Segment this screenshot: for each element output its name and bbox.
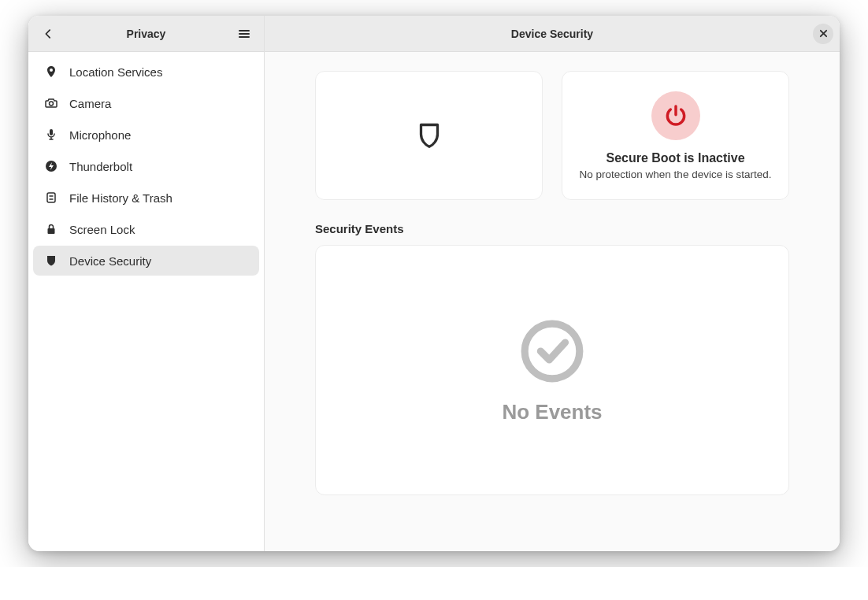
back-button[interactable] (35, 20, 61, 47)
sidebar-item-label: Microphone (69, 128, 131, 142)
menu-button[interactable] (231, 20, 258, 47)
sidebar-item-file-history-trash[interactable]: File History & Trash (33, 183, 259, 213)
clock-icon (517, 317, 587, 386)
svg-rect-4 (48, 228, 55, 234)
file-history-icon (44, 191, 58, 205)
sidebar-item-label: Location Services (69, 65, 162, 79)
location-icon (44, 65, 58, 79)
svg-rect-1 (50, 129, 53, 135)
sidebar-item-camera[interactable]: Camera (33, 88, 259, 118)
secure-boot-subtitle: No protection when the device is started… (580, 169, 772, 180)
hamburger-icon (238, 28, 250, 40)
camera-icon (44, 96, 58, 110)
secure-boot-title: Secure Boot is Inactive (606, 151, 744, 165)
sidebar-title: Privacy (28, 28, 264, 40)
sidebar-item-microphone[interactable]: Microphone (33, 120, 259, 150)
sidebar-item-label: Thunderbolt (69, 160, 132, 173)
status-cards-row: Secure Boot is Inactive No protection wh… (315, 71, 789, 200)
sidebar-item-screen-lock[interactable]: Screen Lock (33, 214, 259, 244)
svg-point-0 (50, 102, 54, 106)
sidebar-item-device-security[interactable]: Device Security (33, 246, 259, 276)
chevron-left-icon (43, 28, 54, 39)
sidebar-item-location-services[interactable]: Location Services (33, 57, 259, 87)
sidebar-list: Location Services Camera Microphone Thun… (28, 52, 264, 280)
svg-rect-3 (47, 193, 55, 202)
shield-icon (44, 254, 58, 268)
thunderbolt-icon (44, 159, 58, 173)
settings-window: Privacy Location Services Camera (28, 16, 840, 551)
main-panel: Device Security Secure Boot is Inactive … (265, 16, 840, 551)
sidebar-header: Privacy (28, 16, 264, 52)
close-button[interactable] (813, 24, 833, 44)
sidebar-item-label: File History & Trash (69, 191, 172, 205)
sidebar-item-label: Screen Lock (69, 223, 135, 236)
shield-outline-icon (415, 121, 443, 150)
page-title: Device Security (265, 28, 840, 40)
power-danger-icon (663, 103, 688, 128)
lock-icon (44, 222, 58, 236)
security-events-heading: Security Events (315, 222, 789, 235)
close-icon (819, 29, 828, 38)
main-header: Device Security (265, 16, 840, 52)
sidebar-item-label: Device Security (69, 254, 151, 268)
status-icon-circle (651, 91, 700, 140)
no-events-text: No Events (502, 400, 602, 424)
sidebar-item-thunderbolt[interactable]: Thunderbolt (33, 151, 259, 181)
content-area: Secure Boot is Inactive No protection wh… (265, 52, 840, 514)
security-events-card: No Events (315, 245, 789, 495)
secure-boot-card[interactable]: Secure Boot is Inactive No protection wh… (562, 71, 789, 200)
microphone-icon (44, 128, 58, 142)
sidebar: Privacy Location Services Camera (28, 16, 265, 551)
sidebar-item-label: Camera (69, 97, 111, 110)
svg-point-5 (525, 324, 580, 379)
security-status-card[interactable] (315, 71, 543, 200)
